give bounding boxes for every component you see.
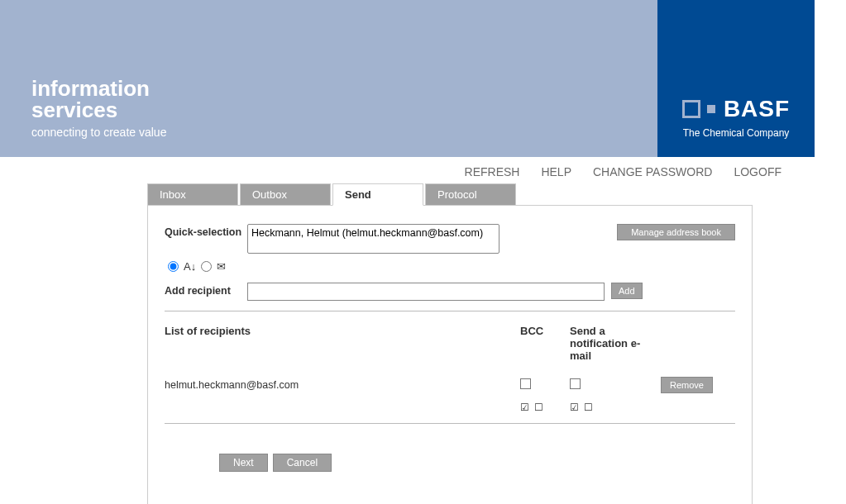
tab-protocol[interactable]: Protocol [425,183,516,206]
header: information services connecting to creat… [0,0,815,157]
quick-selection-option[interactable]: Heckmann, Helmut (helmut.heckmann@basf.c… [251,227,495,240]
recipients-header: List of recipients [165,325,520,337]
quick-selection-label: Quick-selection [165,224,247,238]
tab-inbox[interactable]: Inbox [147,183,238,206]
send-panel: Quick-selection Heckmann, Helmut (helmut… [147,205,753,504]
sort-alpha-icon: A↓ [184,260,196,273]
nav-help[interactable]: HELP [541,165,571,178]
toggle-all-row: ☑ ☐ ☑ ☐ [165,402,735,413]
tab-outbox[interactable]: Outbox [240,183,331,206]
nav-refresh[interactable]: REFRESH [465,165,520,178]
logo-word-2: services [31,97,117,122]
top-nav: REFRESH HELP CHANGE PASSWORD LOGOFF [0,157,815,183]
recipients-header-row: List of recipients BCC Send a notificati… [165,325,735,362]
divider [165,311,735,311]
notification-checkbox[interactable] [570,378,581,389]
bcc-check-all-icon[interactable]: ☑ [520,402,529,413]
basf-dot-icon [707,105,715,113]
recipient-row: helmut.heckmann@basf.com Remove [165,377,735,393]
notif-uncheck-all-icon[interactable]: ☐ [584,402,593,413]
bcc-checkbox[interactable] [520,378,531,389]
header-left: information services connecting to creat… [0,0,657,157]
header-brand: BASF The Chemical Company [657,0,815,157]
bcc-header: BCC [520,325,570,337]
sort-alpha-radio[interactable] [168,261,179,272]
bcc-uncheck-all-icon[interactable]: ☐ [534,402,543,413]
notif-check-all-icon[interactable]: ☑ [570,402,579,413]
tab-bar: Inbox Outbox Send Protocol [147,183,726,206]
next-button[interactable]: Next [219,454,268,472]
add-recipient-input[interactable] [247,283,605,301]
information-services-logo: information services connecting to creat… [31,78,166,139]
cancel-button[interactable]: Cancel [273,454,332,472]
add-recipient-label: Add recipient [165,283,247,297]
basf-square-icon [682,100,700,118]
remove-button[interactable]: Remove [661,377,713,393]
sort-mode-row: A↓ ✉ [165,260,735,273]
add-button[interactable]: Add [611,283,643,299]
notification-header: Send a notification e-mail [570,325,661,362]
nav-change-password[interactable]: CHANGE PASSWORD [593,165,712,178]
basf-tagline: The Chemical Company [683,127,790,139]
envelope-icon: ✉ [217,260,226,273]
nav-logoff[interactable]: LOGOFF [734,165,781,178]
sort-mail-radio[interactable] [201,261,212,272]
divider-2 [165,423,735,424]
basf-logo: BASF [682,96,790,122]
tab-send[interactable]: Send [332,183,423,206]
quick-selection-list[interactable]: Heckmann, Helmut (helmut.heckmann@basf.c… [247,224,499,254]
basf-text: BASF [724,96,790,122]
manage-address-book-button[interactable]: Manage address book [617,224,735,240]
action-row: Next Cancel [165,454,735,472]
recipient-email: helmut.heckmann@basf.com [165,379,520,391]
logo-tagline: connecting to create value [31,126,166,139]
